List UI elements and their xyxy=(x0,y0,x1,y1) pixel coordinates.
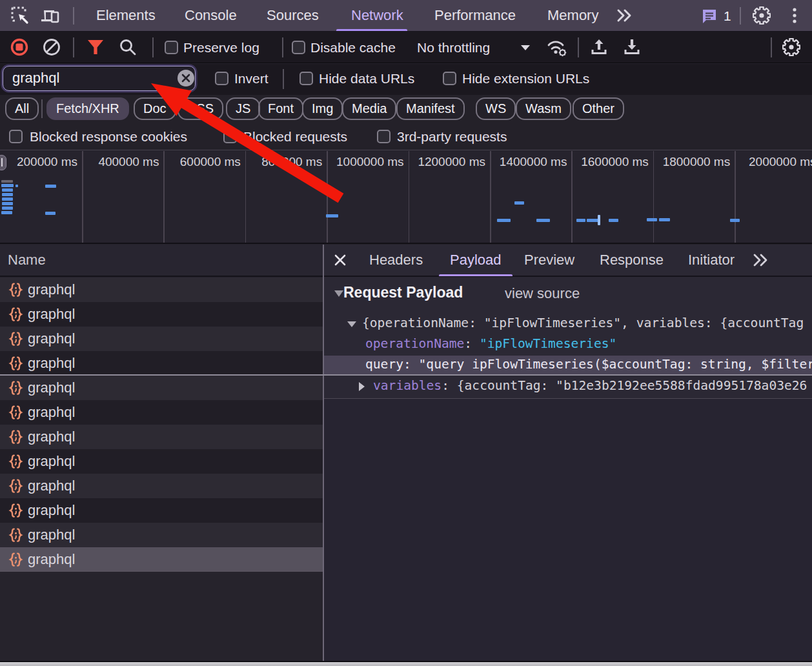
request-row[interactable]: graphql xyxy=(0,376,323,400)
filter-toggle-button[interactable] xyxy=(86,39,105,56)
request-row-selected[interactable]: graphql xyxy=(0,547,323,572)
chip-all[interactable]: All xyxy=(5,97,39,120)
tab-memory[interactable]: Memory xyxy=(547,0,598,31)
request-name: graphql xyxy=(28,502,75,519)
request-name: graphql xyxy=(28,478,75,494)
timeline-request-bar xyxy=(326,214,338,217)
chip-css[interactable]: CSS xyxy=(178,97,223,120)
tab-sources[interactable]: Sources xyxy=(267,0,319,31)
timeline-grip-handle[interactable] xyxy=(0,155,6,170)
chip-fetch-xhr[interactable]: Fetch/XHR xyxy=(46,97,129,120)
issues-button[interactable]: 1 xyxy=(701,8,731,25)
tab-network[interactable]: Network xyxy=(351,0,403,31)
timeline-gridline xyxy=(163,151,165,244)
request-name: graphql xyxy=(28,551,75,568)
chip-ws[interactable]: WS xyxy=(476,97,516,120)
settings-button[interactable] xyxy=(753,6,771,25)
more-panels-button[interactable] xyxy=(616,0,634,31)
export-har-button[interactable] xyxy=(622,37,642,57)
payload-tree-row[interactable]: operationName: "ipFlowTimeseries" xyxy=(323,335,812,354)
gear-icon xyxy=(782,38,800,56)
inspect-element-button[interactable] xyxy=(11,6,29,25)
chip-doc[interactable]: Doc xyxy=(134,97,176,120)
throttling-select[interactable]: No throttling xyxy=(417,40,490,56)
more-filters-row: Blocked response cookiesBlocked requests… xyxy=(0,123,812,150)
request-payload-collapse-triangle[interactable] xyxy=(334,290,343,297)
3rd-party-requests-checkbox[interactable] xyxy=(377,130,391,143)
chip-font[interactable]: Font xyxy=(258,97,303,120)
search-button[interactable] xyxy=(119,38,137,56)
payload-row-text: variables: {accountTag: "b12e3b2192ee558… xyxy=(373,378,807,393)
hide-extension-urls-checkbox[interactable] xyxy=(443,72,456,85)
request-row[interactable]: graphql xyxy=(0,327,323,351)
request-row[interactable]: graphql xyxy=(0,302,323,327)
request-row[interactable]: graphql xyxy=(0,523,323,547)
collapsed-triangle-icon[interactable] xyxy=(359,382,365,391)
name-column-header[interactable]: Name xyxy=(0,245,323,277)
network-settings-button[interactable] xyxy=(782,38,800,56)
chip-wasm[interactable]: Wasm xyxy=(516,97,571,120)
timeline-tick-label: 1400000 ms xyxy=(500,155,567,169)
payload-tree-row[interactable]: {operationName: "ipFlowTimeseries", vari… xyxy=(323,314,812,334)
import-har-button[interactable] xyxy=(589,37,609,57)
preserve-log-checkbox[interactable] xyxy=(165,41,178,54)
clear-filter-button[interactable] xyxy=(178,70,194,86)
request-row[interactable]: graphql xyxy=(0,400,323,425)
fetch-xhr-braces-icon xyxy=(8,552,23,568)
toolbar-divider xyxy=(73,7,74,25)
chip-manifest[interactable]: Manifest xyxy=(396,97,465,120)
close-details-button[interactable] xyxy=(334,245,347,276)
disable-cache-checkbox[interactable] xyxy=(292,41,305,54)
chip-img[interactable]: Img xyxy=(302,97,343,120)
timeline-tick-label: 1200000 ms xyxy=(418,155,485,169)
request-row[interactable]: graphql xyxy=(0,278,323,302)
chip-media[interactable]: Media xyxy=(342,97,396,120)
panel-split-divider[interactable] xyxy=(323,245,324,661)
toggle-device-toolbar-button[interactable] xyxy=(40,6,61,25)
hide-data-urls-checkbox[interactable] xyxy=(299,72,313,85)
chip-js[interactable]: JS xyxy=(226,97,260,120)
upload-icon xyxy=(589,37,609,57)
request-name: graphql xyxy=(28,379,75,396)
timeline-tick-label: 200000 ms xyxy=(17,155,77,169)
details-tab-headers[interactable]: Headers xyxy=(369,245,423,276)
more-detail-tabs-button[interactable] xyxy=(753,245,769,276)
request-row[interactable]: graphql xyxy=(0,449,323,474)
close-icon xyxy=(334,254,347,267)
network-conditions-button[interactable] xyxy=(546,38,568,57)
request-row[interactable]: graphql xyxy=(0,351,323,376)
payload-tree-row[interactable]: variables: {accountTag: "b12e3b2192ee558… xyxy=(323,377,812,396)
expand-triangle-icon[interactable] xyxy=(347,321,356,327)
tab-performance[interactable]: Performance xyxy=(434,0,516,31)
timeline-gridline xyxy=(653,151,655,244)
timeline-tick-label: 1600000 ms xyxy=(581,155,649,169)
view-source-link[interactable]: view source xyxy=(505,285,580,302)
request-row[interactable]: graphql xyxy=(0,498,323,523)
request-row[interactable]: graphql xyxy=(0,474,323,498)
blocked-requests-checkbox[interactable] xyxy=(223,130,237,143)
payload-tree-row-selected[interactable]: query: "query ipFlowTimeseries($accountT… xyxy=(323,356,812,375)
request-details-panel: HeadersPayloadPreviewResponseInitiator R… xyxy=(323,245,812,661)
timeline-tick-label: 800000 ms xyxy=(261,155,322,169)
clear-network-log-button[interactable] xyxy=(43,38,61,56)
tab-console[interactable]: Console xyxy=(185,0,237,31)
blocked-requests-label: Blocked requests xyxy=(243,129,347,145)
more-tabs-chevron-icon xyxy=(616,8,634,23)
fetch-xhr-braces-icon xyxy=(8,307,23,323)
filter-input[interactable]: graphql xyxy=(3,66,196,91)
throttling-dropdown-caret[interactable] xyxy=(520,45,531,51)
customize-devtools-button[interactable] xyxy=(791,7,798,24)
network-overview-timeline[interactable]: 200000 ms400000 ms600000 ms800000 ms1000… xyxy=(0,151,812,244)
invert-checkbox[interactable] xyxy=(215,72,228,85)
request-row[interactable]: graphql xyxy=(0,425,323,449)
chip-other[interactable]: Other xyxy=(573,97,624,120)
tab-elements[interactable]: Elements xyxy=(96,0,156,31)
record-network-log-button[interactable] xyxy=(10,38,28,56)
details-tab-preview[interactable]: Preview xyxy=(524,245,574,276)
details-tab-initiator[interactable]: Initiator xyxy=(688,245,735,276)
timeline-request-bar xyxy=(514,201,524,205)
details-tab-response[interactable]: Response xyxy=(600,245,664,276)
blocked-response-cookies-checkbox[interactable] xyxy=(9,130,23,143)
gear-icon xyxy=(753,6,771,25)
details-tab-payload[interactable]: Payload xyxy=(450,245,502,276)
